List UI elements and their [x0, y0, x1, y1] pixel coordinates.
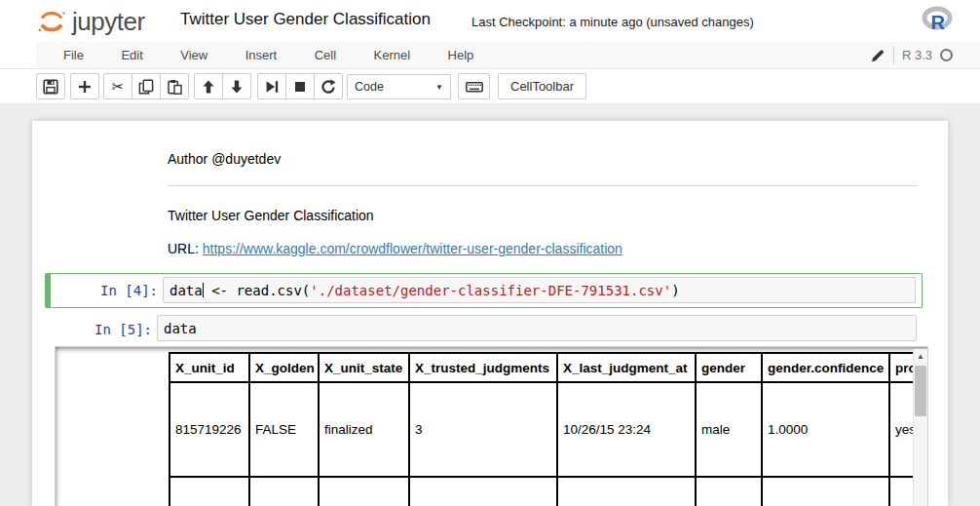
keyboard-icon [466, 79, 483, 95]
paste-icon [167, 79, 182, 95]
notebook-container: Author @duyetdev Twitter User Gender Cla… [32, 121, 948, 506]
restart-icon [320, 79, 336, 95]
copy-cell-button[interactable] [132, 73, 161, 99]
interrupt-kernel-button[interactable] [285, 73, 315, 99]
notebook-header: jupyter Twitter User Gender Classificati… [0, 0, 980, 42]
output-scrollbar[interactable]: ▲ [913, 349, 927, 506]
output-table-cell [696, 477, 762, 506]
stop-icon [292, 79, 308, 95]
menubar-divider [893, 46, 894, 64]
copy-icon [138, 79, 154, 95]
jupyter-logo-text: jupyter [72, 7, 145, 37]
output-table-cell: 3 [409, 382, 557, 477]
output-table-header-row: X_unit_idX_goldenX_unit_stateX_trusted_j… [170, 353, 928, 382]
output-table-partial-row [170, 477, 928, 506]
output-table-cell: 1.0000 [762, 382, 889, 477]
scrollbar-up-arrow-icon[interactable]: ▲ [914, 349, 927, 364]
menu-insert[interactable]: Insert [229, 42, 294, 68]
command-palette-button[interactable] [458, 73, 490, 99]
menubar: File Edit View Insert Cell Kernel Help R… [36, 42, 980, 68]
menu-help[interactable]: Help [432, 42, 491, 68]
output-table-cell: male [696, 382, 762, 477]
arrow-down-icon [229, 79, 245, 95]
arrow-up-icon [201, 79, 216, 95]
menubar-right: R 3.3 [870, 42, 953, 68]
jupyter-logo[interactable]: jupyter [35, 4, 145, 39]
notebook-title[interactable]: Twitter User Gender Classification [180, 10, 431, 29]
markdown-hr [168, 185, 918, 186]
menubar-row: File Edit View Insert Cell Kernel Help R… [0, 42, 980, 69]
output-table-cell [409, 477, 557, 506]
output-table-column-header: X_unit_id [170, 353, 249, 382]
code-text: <- read.csv( [204, 283, 311, 298]
output-table-cell: 815719226 [170, 382, 249, 477]
menu-file[interactable]: File [47, 42, 100, 68]
output-table-column-header: gender [696, 353, 762, 382]
menu-cell[interactable]: Cell [298, 42, 353, 68]
output-table-column-header: X_last_judgment_at [557, 353, 696, 382]
markdown-cell-title[interactable]: Twitter User Gender Classification [168, 208, 374, 223]
code-text: data [164, 321, 197, 336]
step-forward-icon [264, 79, 280, 95]
kernel-idle-indicator-icon [940, 49, 953, 61]
output-table-row: 815719226FALSEfinalized310/26/15 23:24ma… [170, 382, 928, 477]
output-table-column-header: X_trusted_judgments [409, 353, 557, 382]
kaggle-dataset-link[interactable]: https://www.kaggle.com/crowdflower/twitt… [203, 241, 622, 256]
code-cell-in4[interactable]: In [4]: data <- read.csv('./dataset/gend… [45, 273, 923, 308]
insert-cell-below-button[interactable] [70, 73, 99, 99]
output-table-cell: finalized [319, 382, 409, 477]
scrollbar-thumb[interactable] [915, 366, 926, 416]
cell-type-value: Code [355, 80, 384, 94]
markdown-cell-url: URL: https://www.kaggle.com/crowdflower/… [168, 241, 622, 256]
output-table-cell [762, 477, 889, 506]
output-table-column-header: X_unit_state [319, 353, 409, 382]
code-input-in5[interactable]: data [157, 315, 917, 341]
cut-cell-button[interactable]: ✂ [103, 73, 132, 99]
menu-view[interactable]: View [164, 42, 224, 68]
output-area[interactable]: X_unit_idX_goldenX_unit_stateX_trusted_j… [55, 346, 928, 506]
jupyter-logo-icon [35, 4, 68, 39]
code-text: ) [671, 283, 679, 298]
scissors-icon: ✂ [112, 79, 125, 94]
input-prompt-in4: In [4]: [51, 283, 158, 298]
code-input-in4[interactable]: data <- read.csv('./dataset/gender-class… [163, 277, 916, 303]
output-table-cell: FALSE [249, 382, 319, 477]
r-logo-letter: R [931, 12, 946, 33]
save-icon [43, 79, 58, 95]
paste-cell-button[interactable] [160, 73, 189, 99]
move-cell-up-button[interactable] [194, 73, 223, 99]
chevron-down-icon: ▼ [435, 83, 443, 92]
run-cell-button[interactable] [257, 73, 286, 99]
output-table-column-header: X_golden [249, 353, 319, 382]
checkpoint-status: Last Checkpoint: a minute ago (unsaved c… [471, 15, 754, 29]
output-table: X_unit_idX_goldenX_unit_stateX_trusted_j… [169, 352, 928, 506]
markdown-cell-author[interactable]: Author @duyetdev [168, 151, 281, 167]
toolbar: ✂ [0, 69, 980, 104]
menu-edit[interactable]: Edit [104, 42, 159, 68]
output-table-column-header: gender.confidence [762, 353, 889, 382]
output-table-cell: 10/26/15 23:24 [557, 382, 696, 477]
output-table-cell [170, 477, 249, 506]
menu-kernel[interactable]: Kernel [358, 42, 428, 68]
output-table-cell [319, 477, 409, 506]
url-label: URL: [168, 241, 203, 256]
code-string-literal: './dataset/gender-classifier-DFE-791531.… [310, 283, 671, 298]
code-text: data [170, 283, 203, 298]
celltoolbar-button[interactable]: CellToolbar [498, 73, 586, 99]
move-cell-down-button[interactable] [222, 73, 251, 99]
r-kernel-logo-icon: R [922, 6, 955, 35]
output-table-cell [249, 477, 319, 506]
input-prompt-in5: In [5]: [45, 322, 152, 337]
code-cell-in5[interactable]: In [5]: data [45, 311, 923, 344]
restart-kernel-button[interactable] [314, 73, 343, 99]
cell-type-dropdown[interactable]: Code ▼ [347, 74, 451, 99]
kernel-name: R 3.3 [902, 48, 932, 62]
plus-icon [77, 79, 93, 95]
edit-mode-pencil-icon [870, 48, 886, 63]
save-button[interactable] [36, 73, 65, 99]
output-table-cell [557, 477, 696, 506]
